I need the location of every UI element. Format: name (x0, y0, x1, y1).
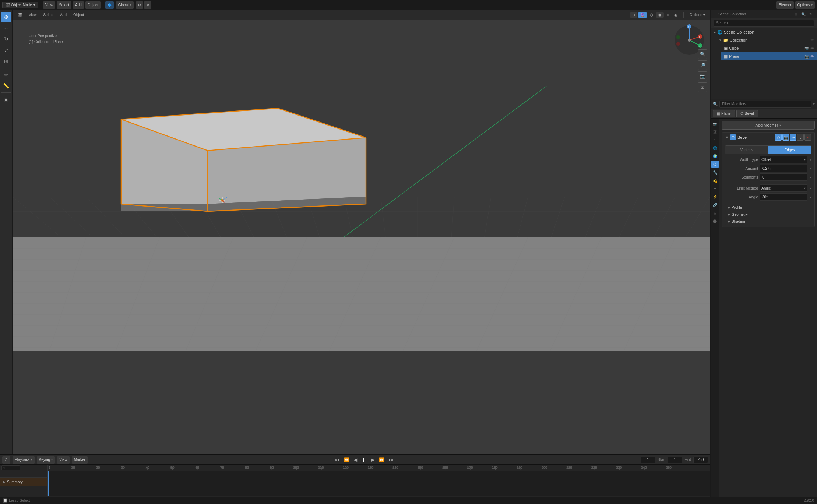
camera-view-btn[interactable]: 📷 (698, 71, 707, 81)
outliner-filter-btn[interactable]: ⊟ (793, 11, 799, 18)
cursor-tool-btn[interactable]: ⊕ (1, 12, 11, 22)
vp-select-menu[interactable]: Select (41, 12, 56, 18)
edges-toggle-btn[interactable]: Edges (768, 146, 811, 154)
scale-tool-btn[interactable]: ⤢ (1, 45, 11, 55)
segments-input[interactable]: 6 (760, 173, 807, 181)
render-icon-btn[interactable]: 📷 (711, 120, 719, 127)
overlay-btn[interactable]: ⊙ (630, 12, 637, 18)
options-right-btn[interactable]: Options ▾ (795, 1, 815, 9)
gizmo-btn[interactable]: 🔮 (638, 12, 647, 18)
play-btn[interactable]: ▶ (370, 457, 376, 463)
timeline-frame-mini-input[interactable] (1, 465, 20, 470)
stop-btn[interactable]: ⏸ (360, 456, 368, 464)
vp-view-menu[interactable]: View (27, 12, 39, 18)
zoom-in-btn[interactable]: 🔍 (698, 49, 707, 59)
prev-frame-btn[interactable]: ⏪ (342, 457, 351, 463)
outliner-search-btn[interactable]: 🔍 (800, 11, 807, 18)
vp-add-menu[interactable]: Add (58, 12, 69, 18)
properties-search-input[interactable] (719, 101, 811, 108)
editor-type-btn[interactable]: 🎬 Object Mode ▾ (2, 2, 38, 8)
timeline-keying-btn[interactable]: Keying ▾ (37, 456, 55, 464)
limit-method-value[interactable]: Angle ▾ (760, 184, 807, 192)
viewport[interactable]: 🎬 View Select Add Object ⊙ 🔮 ⬡ ⬢ ○ ◉ Opt… (13, 10, 710, 454)
timeline-view-btn[interactable]: View (57, 456, 70, 464)
material-icon-btn[interactable]: ⬤ (711, 217, 719, 225)
jump-start-btn[interactable]: ⏮ (334, 457, 341, 463)
profile-section-header[interactable]: ▶ Profile (725, 204, 811, 211)
object-menu-btn[interactable]: Object (85, 1, 101, 9)
current-frame-input[interactable]: 1 (641, 457, 655, 463)
shading-section-header[interactable]: ▶ Shading (725, 218, 811, 225)
shading-mat-btn[interactable]: ○ (665, 12, 671, 18)
shading-solid-btn[interactable]: ⬢ (656, 12, 664, 18)
scene-icon-btn[interactable]: 🌐 (711, 144, 719, 152)
bevel-realtime-btn[interactable]: ⬡ (775, 134, 782, 141)
zoom-out-btn[interactable]: 🔎 (698, 60, 707, 70)
snap-btn[interactable]: ⊙ (136, 1, 143, 9)
end-frame-input[interactable]: 250 (693, 457, 708, 463)
proportional-edit-btn[interactable]: ⊚ (144, 1, 151, 9)
particles-icon-btn[interactable]: ✦ (711, 185, 719, 192)
transform-space-btn[interactable]: Global ▾ (116, 1, 134, 9)
physics-icon-btn[interactable]: ⚡ (711, 193, 719, 200)
bevel-move-btn[interactable]: ⌄ (797, 134, 804, 141)
vertices-toggle-btn[interactable]: Vertices (725, 146, 768, 154)
shading-render-btn[interactable]: ◉ (672, 12, 680, 18)
move-tool-btn[interactable]: ↔ (1, 23, 11, 33)
next-frame-btn[interactable]: ⏩ (377, 457, 386, 463)
timeline-frame-spacer (0, 465, 48, 471)
outliner-collection[interactable]: ▼ 📁 Collection 👁 (716, 36, 817, 44)
view-menu-btn[interactable]: View (43, 1, 56, 9)
annotate-tool-btn[interactable]: ✏ (1, 70, 11, 80)
play-reverse-btn[interactable]: ◀ (352, 457, 359, 463)
select-menu-btn[interactable]: Select (57, 1, 71, 9)
bevel-tab[interactable]: ⬡ Bevel (736, 110, 758, 117)
measure-tool-btn[interactable]: 📏 (1, 81, 11, 91)
amount-input[interactable]: 0.27 m (760, 165, 807, 172)
summary-label[interactable]: ▶ Summary (0, 478, 47, 486)
timeline-marker-btn[interactable]: Marker (72, 456, 88, 464)
options-vp-btn[interactable]: Options ▾ (687, 12, 707, 18)
width-type-value[interactable]: Offset ▾ (760, 156, 807, 163)
object-icon-btn[interactable]: ⬡ (711, 161, 719, 168)
modifier-icon-btn[interactable]: 🔧 (711, 169, 719, 176)
jump-end-btn[interactable]: ⏭ (387, 457, 395, 463)
add-cube-tool-btn[interactable]: ▣ (1, 94, 11, 105)
geometry-section-header[interactable]: ▶ Geometry (725, 211, 811, 218)
data-icon-btn[interactable]: △ (711, 209, 719, 216)
world-icon-btn[interactable]: 🌍 (711, 152, 719, 160)
vfx-icon-btn[interactable]: 💫 (711, 177, 719, 184)
rotate-tool-btn[interactable]: ↻ (1, 34, 11, 44)
bevel-render-btn[interactable]: 📷 (782, 134, 789, 141)
vp-editor-type[interactable]: 🎬 (15, 12, 24, 18)
outliner-scene-collection[interactable]: ▶ 🌐 Scene Collection (711, 28, 817, 36)
outliner-plane[interactable]: ▦ Plane 📷 👁 (721, 52, 817, 60)
timeline-tracks-area[interactable] (48, 471, 710, 496)
start-frame-input[interactable]: 1 (668, 457, 682, 463)
local-view-btn[interactable]: ⊡ (698, 82, 707, 92)
shading-wire-btn[interactable]: ⬡ (648, 12, 655, 18)
add-menu-btn[interactable]: Add (73, 1, 84, 9)
outliner-cube[interactable]: ▣ Cube 📷 👁 (721, 44, 817, 52)
vp-object-menu[interactable]: Object (71, 12, 86, 18)
mode-indicator[interactable]: 🔷 (105, 1, 114, 9)
svg-text:100: 100 (293, 466, 299, 469)
timeline-editor-btn[interactable]: ⏱ (2, 456, 10, 464)
bevel-modifier-header[interactable]: ▼ ⬡ Bevel ⬡ 📷 ✏ ⌄ (722, 132, 814, 142)
outliner-search-input[interactable] (714, 20, 814, 27)
options-btn[interactable]: Blender (776, 1, 793, 9)
playhead[interactable] (48, 465, 48, 471)
transform-tool-btn[interactable]: ⊞ (1, 56, 11, 66)
outliner-sort-btn[interactable]: ⇅ (807, 11, 814, 18)
constraints-icon-btn[interactable]: 🔗 (711, 201, 719, 208)
bevel-editmode-btn[interactable]: ✏ (790, 134, 796, 141)
timeline-playback-btn[interactable]: Playback ▾ (13, 456, 35, 464)
output-icon-btn[interactable]: 🖼 (711, 128, 719, 135)
viewport-canvas[interactable]: User Perspective (1) Collection | Plane (13, 20, 710, 454)
angle-input[interactable]: 30° (760, 193, 807, 201)
bevel-remove-btn[interactable]: ✕ (804, 134, 811, 141)
plane-camera-icon: 📷 (804, 54, 809, 59)
plane-tab[interactable]: ▦ Plane (713, 110, 735, 117)
view-layer-icon-btn[interactable]: 🗂 (711, 136, 719, 144)
add-modifier-btn[interactable]: Add Modifier ▾ (722, 121, 815, 130)
